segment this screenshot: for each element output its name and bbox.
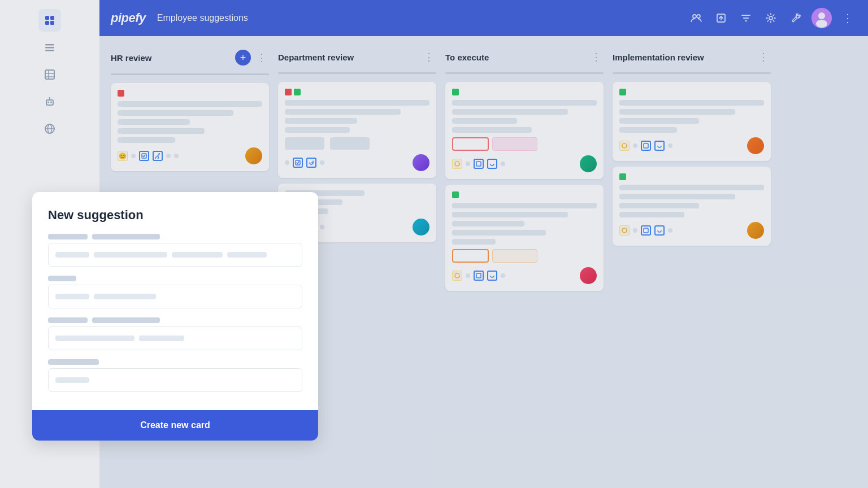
form-field-1 [48, 234, 302, 267]
label-skel [92, 234, 160, 239]
modal-title: New suggestion [48, 208, 302, 223]
input-skel [172, 252, 223, 258]
label-skel [48, 317, 88, 323]
form-label-2 [48, 276, 302, 281]
label-skel [48, 276, 76, 281]
form-label-4 [48, 359, 302, 365]
label-skel [48, 359, 99, 365]
form-field-2 [48, 276, 302, 308]
input-skel [55, 294, 89, 299]
modal-footer: Create new card [32, 410, 318, 441]
form-input-3[interactable] [48, 326, 302, 350]
input-skel [227, 252, 267, 258]
label-skel [48, 234, 88, 239]
input-skel [55, 377, 89, 383]
form-input-1[interactable] [48, 243, 302, 267]
input-skel [94, 294, 156, 299]
modal-body: New suggestion [32, 192, 318, 410]
form-label-1 [48, 234, 302, 239]
input-skel [55, 336, 134, 341]
form-field-3 [48, 317, 302, 350]
new-suggestion-modal: New suggestion [32, 192, 318, 441]
input-skel [55, 252, 89, 258]
form-input-2[interactable] [48, 285, 302, 308]
form-input-4[interactable] [48, 368, 302, 392]
label-skel [92, 317, 160, 323]
input-skel [139, 336, 184, 341]
create-card-button[interactable]: Create new card [48, 420, 302, 430]
form-label-3 [48, 317, 302, 323]
form-field-4 [48, 359, 302, 392]
input-skel [94, 252, 167, 258]
